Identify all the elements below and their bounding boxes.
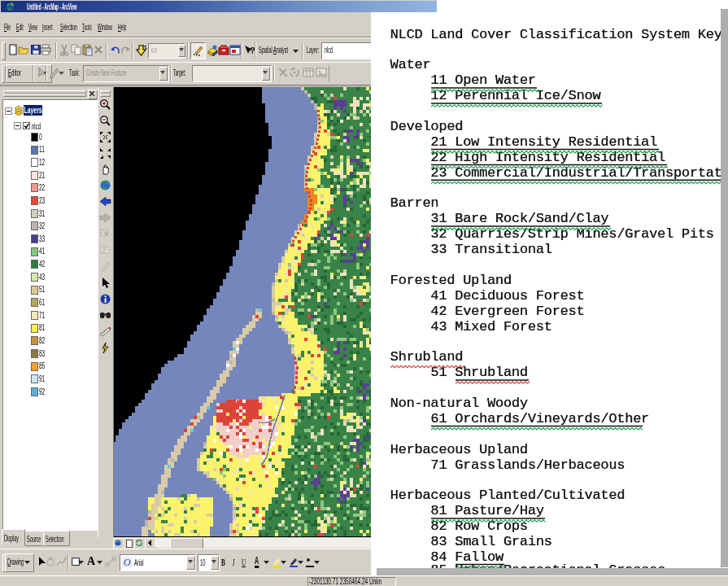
svg-text:O: O bbox=[124, 557, 131, 567]
